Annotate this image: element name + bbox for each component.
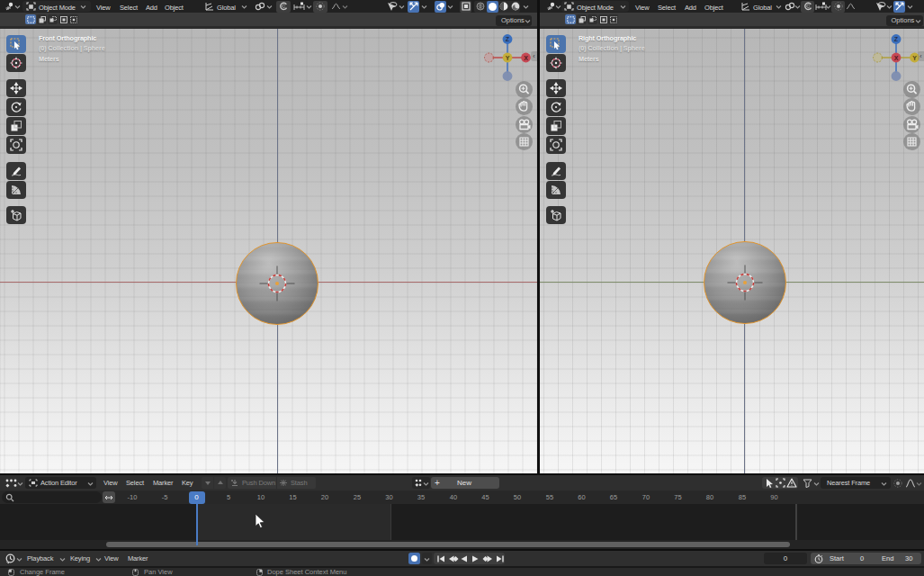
svg-text:Z: Z xyxy=(505,36,509,42)
svg-text:X: X xyxy=(524,55,528,61)
svg-text:X: X xyxy=(894,55,899,61)
svg-text:Y: Y xyxy=(912,55,917,61)
svg-text:Z: Z xyxy=(894,36,899,42)
svg-text:Y: Y xyxy=(505,55,509,61)
